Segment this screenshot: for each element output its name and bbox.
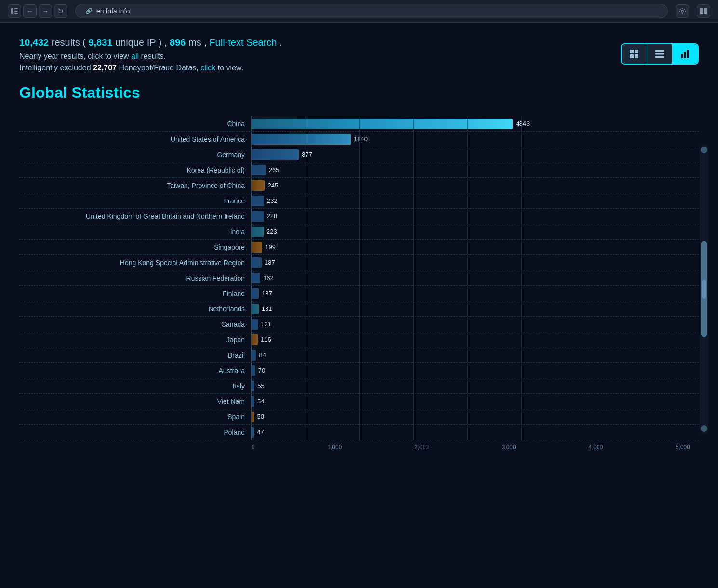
bar-value: 228 xyxy=(267,213,278,220)
bar xyxy=(252,242,262,253)
chart-row[interactable]: Italy55 xyxy=(19,378,699,394)
svg-rect-14 xyxy=(681,54,683,58)
bar-container: 47 xyxy=(251,425,699,440)
ms-value: 896 xyxy=(170,37,186,48)
svg-rect-10 xyxy=(635,54,638,58)
svg-rect-5 xyxy=(700,8,703,14)
chart-row[interactable]: Singapore199 xyxy=(19,240,699,255)
scrollbar-thumb[interactable] xyxy=(701,241,707,337)
bar xyxy=(252,149,299,160)
stats-line3: Intelligently excluded 22,707 Honeypot/F… xyxy=(19,64,699,72)
bar-container: 162 xyxy=(251,270,699,285)
bar-value: 54 xyxy=(257,398,264,405)
all-results-link[interactable]: all xyxy=(131,52,139,60)
svg-rect-9 xyxy=(630,54,634,58)
chart-row[interactable]: Finland137 xyxy=(19,286,699,301)
split-view-btn[interactable] xyxy=(697,4,710,18)
refresh-btn[interactable]: ↻ xyxy=(54,4,67,18)
chart-row[interactable]: India223 xyxy=(19,224,699,240)
svg-rect-6 xyxy=(704,8,707,14)
stats-line2: Nearly year results, click to view all r… xyxy=(19,52,699,61)
forward-btn[interactable]: → xyxy=(39,4,52,18)
x-tick-0: 0 xyxy=(252,444,255,451)
country-label: Poland xyxy=(19,428,251,436)
chart-row[interactable]: Japan116 xyxy=(19,332,699,347)
country-label: Finland xyxy=(19,290,251,297)
bar xyxy=(252,365,255,376)
bar-value: 265 xyxy=(269,166,279,174)
stats-line1: 10,432 results ( 9,831 unique IP ) , 896… xyxy=(19,37,699,48)
back-btn[interactable]: ← xyxy=(23,4,37,18)
country-label: Australia xyxy=(19,367,251,374)
section-title: Global Statistics xyxy=(19,84,699,102)
bar xyxy=(252,257,262,268)
chart-row[interactable]: United Kingdom of Great Britain and Nort… xyxy=(19,209,699,224)
chart-row[interactable]: Korea (Republic of)265 xyxy=(19,162,699,178)
chart-row[interactable]: Viet Nam54 xyxy=(19,394,699,409)
scrollbar-bottom-dot xyxy=(701,425,707,432)
bar-container: 131 xyxy=(251,301,699,316)
chart-row[interactable]: Spain50 xyxy=(19,409,699,425)
bar-container: 4843 xyxy=(251,116,699,131)
chart-row[interactable]: China4843 xyxy=(19,116,699,132)
bar-container: 223 xyxy=(251,224,699,239)
bar-value: 55 xyxy=(257,382,264,389)
bar xyxy=(252,304,259,314)
chart-row[interactable]: Brazil84 xyxy=(19,347,699,363)
chart-row[interactable]: Poland47 xyxy=(19,425,699,440)
bar-value: 199 xyxy=(265,243,276,251)
chart-view-btn[interactable] xyxy=(673,44,698,64)
chart-row[interactable]: France232 xyxy=(19,193,699,209)
chart-row[interactable]: Canada121 xyxy=(19,317,699,332)
grid-view-btn[interactable] xyxy=(622,44,647,64)
country-label: Singapore xyxy=(19,243,251,251)
bar-container: 1840 xyxy=(251,132,699,147)
bar-container: 877 xyxy=(251,147,699,162)
x-tick-1000: 1,000 xyxy=(327,444,342,451)
full-text-search-link[interactable]: Full-text Search xyxy=(209,37,277,48)
country-label: Germany xyxy=(19,151,251,159)
address-bar[interactable]: 🔗 en.fofa.info xyxy=(75,4,668,18)
url-text: en.fofa.info xyxy=(96,7,130,15)
sidebar-toggle-btn[interactable] xyxy=(8,4,21,18)
country-label: Viet Nam xyxy=(19,398,251,405)
chart-row[interactable]: United States of America1840 xyxy=(19,132,699,147)
bar-value: 223 xyxy=(266,228,277,235)
svg-rect-13 xyxy=(655,56,664,58)
bar-value: 84 xyxy=(259,351,266,359)
right-scrollbar[interactable] xyxy=(700,145,708,434)
settings-btn[interactable] xyxy=(676,4,689,18)
bar-container: 70 xyxy=(251,363,699,378)
country-label: Korea (Republic of) xyxy=(19,166,251,174)
bar xyxy=(252,412,254,422)
bar-value: 4843 xyxy=(516,120,530,127)
bar-container: 245 xyxy=(251,178,699,193)
bar xyxy=(252,211,264,222)
bar-container: 265 xyxy=(251,162,699,177)
chart-row[interactable]: Germany877 xyxy=(19,147,699,162)
click-to-view-link[interactable]: click xyxy=(200,64,215,72)
chart-row[interactable]: Australia70 xyxy=(19,363,699,378)
honeypot-count: 22,707 xyxy=(93,64,117,72)
x-tick-4000: 4,000 xyxy=(588,444,603,451)
x-axis: 0 1,000 2,000 3,000 4,000 5,000 xyxy=(252,444,690,451)
bar-value: 1840 xyxy=(354,135,368,143)
results-label: results ( xyxy=(52,37,89,48)
list-view-btn[interactable] xyxy=(647,44,673,64)
country-label: China xyxy=(19,120,251,128)
chart-area: China4843United States of America1840Ger… xyxy=(19,116,699,440)
chart-row[interactable]: Russian Federation162 xyxy=(19,270,699,286)
bar-container: 232 xyxy=(251,193,699,208)
bar-container: 199 xyxy=(251,240,699,254)
chart-row[interactable]: Hong Kong Special Administrative Region1… xyxy=(19,255,699,270)
country-label: Italy xyxy=(19,382,251,390)
scrollbar-top-dot xyxy=(701,147,707,153)
svg-rect-7 xyxy=(630,50,634,53)
country-label: United Kingdom of Great Britain and Nort… xyxy=(19,213,251,220)
bar xyxy=(252,427,254,438)
chart-row[interactable]: Netherlands131 xyxy=(19,301,699,317)
bar xyxy=(252,350,256,361)
chart-row[interactable]: Taiwan, Province of China245 xyxy=(19,178,699,193)
bar-container: 137 xyxy=(251,286,699,301)
svg-rect-1 xyxy=(14,8,18,9)
